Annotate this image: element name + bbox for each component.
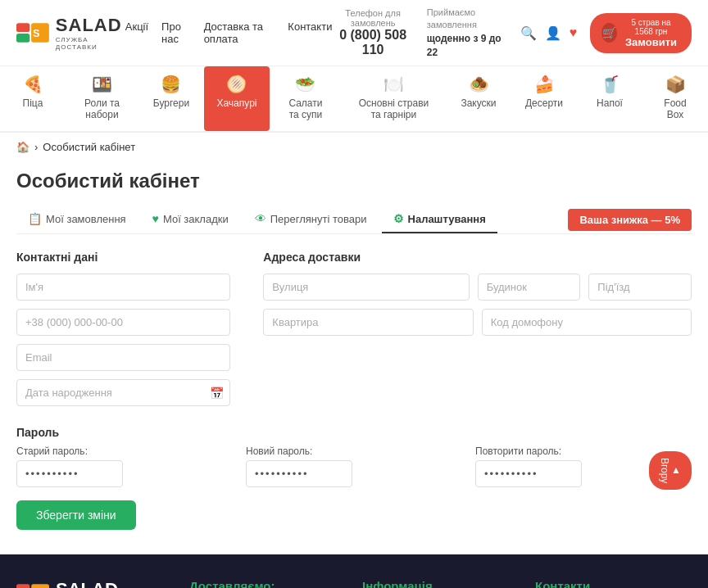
confirm-password-input[interactable]: [475, 460, 582, 487]
cat-pizza[interactable]: 🍕 Піца: [0, 66, 66, 131]
tabs-left: 📋 Мої замовлення ♥ Мої закладки 👁 Перегл…: [16, 206, 497, 233]
hours-label: Приймаємо замовлення: [427, 7, 507, 32]
footer-logo-name: SALAD: [56, 579, 133, 588]
desserts-icon: 🍰: [534, 75, 555, 94]
header-right: Телефон для замовлень 0 (800) 508 110 Пр…: [332, 7, 692, 59]
footer-logo: S SALAD СЛУЖБА ДОСТАВКИ: [16, 579, 173, 588]
tab-orders[interactable]: 📋 Мої замовлення: [16, 206, 138, 233]
footer-logo-col: S SALAD СЛУЖБА ДОСТАВКИ f 📷 ✈ 📱 VISA: [16, 579, 173, 588]
breadcrumb-current: Особистий кабінет: [43, 141, 135, 153]
info-title: Інформація: [362, 579, 519, 588]
cat-mains[interactable]: 🍽️ Основні страви та гарніри: [342, 66, 446, 131]
delivery-section: Адреса доставки: [263, 251, 692, 406]
cat-foodbox-label: Food Box: [656, 97, 695, 120]
phone-block: Телефон для замовлень 0 (800) 508 110: [332, 8, 413, 57]
drinks-icon: 🥤: [600, 75, 620, 94]
cat-pizza-label: Піца: [23, 97, 43, 109]
cat-khachapuri[interactable]: 🫓 Хачапурі: [204, 66, 270, 131]
save-button[interactable]: Зберегти зміни: [16, 500, 136, 530]
name-input[interactable]: [16, 274, 230, 301]
logo-name: SALAD: [56, 15, 125, 36]
old-password-label: Старий пароль:: [16, 446, 233, 457]
viewed-icon: 👁: [255, 212, 266, 225]
cart-icon: 🛒: [601, 23, 617, 43]
nav-promos[interactable]: Акції: [125, 20, 148, 45]
password-section: Пароль Старий пароль: Новий пароль: Повт…: [16, 426, 692, 530]
new-password-input[interactable]: [246, 460, 352, 487]
hours-value: щоденно з 9 до 22: [427, 32, 507, 60]
name-field-group: [16, 274, 230, 301]
old-password-input[interactable]: [16, 460, 123, 487]
footer-info-col: Інформація Акції Про нас Доставка та опл…: [362, 579, 519, 588]
delivery-section-title: Адреса доставки: [263, 251, 692, 264]
tab-viewed[interactable]: 👁 Переглянуті товари: [243, 206, 379, 233]
header-icons: 🔍 👤 ♥: [520, 25, 578, 41]
nav-delivery[interactable]: Доставка та оплата: [204, 20, 275, 45]
phone-label: Телефон для замовлень: [332, 8, 413, 28]
apartment-field-group: [263, 309, 473, 336]
entrance-field-group: [588, 274, 692, 301]
logo-text: SALAD СЛУЖБА ДОСТАВКИ: [56, 15, 125, 51]
building-input[interactable]: [478, 274, 581, 301]
birthday-input[interactable]: [16, 379, 230, 406]
intercom-field-group: [482, 309, 692, 336]
cat-burgers[interactable]: 🍔 Бургери: [138, 66, 204, 131]
home-icon[interactable]: 🏠: [16, 141, 30, 153]
tab-orders-label: Мої замовлення: [46, 213, 126, 225]
scroll-top-icon: ▲Вгору: [659, 458, 682, 483]
password-title: Пароль: [16, 426, 692, 439]
footer-contact-col: Контакти Телефон для замовлень 0 (800) 5…: [535, 579, 692, 588]
cat-snacks-label: Закуски: [461, 97, 496, 109]
nav-contacts[interactable]: Контакти: [288, 20, 332, 45]
cat-desserts[interactable]: 🍰 Десерти: [511, 66, 577, 131]
calendar-icon: 📅: [210, 387, 224, 400]
khachapuri-icon: 🫓: [226, 75, 247, 94]
salads-icon: 🥗: [295, 75, 315, 94]
svg-rect-4: [16, 584, 30, 588]
cart-button[interactable]: 🛒 5 страв на 1568 грн Замовити: [590, 13, 692, 53]
footer-deliver-col: Доставляємо: Mario Pleasantville ЧЕРЕПАХ…: [189, 579, 346, 588]
street-field-group: [263, 274, 469, 301]
cat-salads[interactable]: 🥗 Салати та супи: [270, 66, 342, 131]
footer-grid: S SALAD СЛУЖБА ДОСТАВКИ f 📷 ✈ 📱 VISA: [16, 579, 692, 588]
scroll-top-button[interactable]: ▲Вгору: [649, 451, 692, 490]
tab-settings[interactable]: ⚙ Налаштування: [382, 206, 497, 233]
cat-rolls[interactable]: 🍱 Роли та набори: [66, 66, 138, 131]
cat-drinks[interactable]: 🥤 Напої: [577, 66, 642, 131]
contact-col-title: Контакти: [535, 579, 692, 588]
street-input[interactable]: [263, 274, 469, 301]
intercom-input[interactable]: [482, 309, 692, 336]
wishlist-button[interactable]: ♥: [570, 25, 578, 40]
header-phone: 0 (800) 508 110: [332, 28, 413, 57]
cat-rolls-label: Роли та набори: [79, 97, 125, 120]
phone-input[interactable]: [16, 309, 230, 336]
svg-text:S: S: [33, 28, 39, 39]
cat-drinks-label: Напої: [597, 97, 623, 109]
user-button[interactable]: 👤: [545, 25, 561, 41]
breadcrumb: 🏠 › Особистий кабінет: [0, 133, 708, 161]
cat-snacks[interactable]: 🧆 Закуски: [446, 66, 511, 131]
search-button[interactable]: 🔍: [520, 25, 537, 41]
nav-about[interactable]: Про нас: [161, 20, 191, 45]
tab-bookmarks[interactable]: ♥ Мої закладки: [141, 206, 240, 233]
tab-bookmarks-label: Мої закладки: [163, 213, 229, 225]
contact-section-title: Контактні дані: [16, 251, 230, 264]
main-nav: Акції Про нас Доставка та оплата Контакт…: [125, 20, 333, 45]
email-input[interactable]: [16, 344, 230, 371]
svg-rect-0: [16, 23, 30, 32]
new-password-group: Новий пароль:: [246, 446, 462, 487]
cat-mains-label: Основні страви та гарніри: [355, 97, 433, 120]
contact-section: Контактні дані 📅: [16, 251, 230, 406]
cat-foodbox[interactable]: 📦 Food Box: [642, 66, 708, 131]
foodbox-icon: 📦: [665, 75, 686, 94]
settings-icon: ⚙: [393, 212, 404, 225]
building-field-group: [478, 274, 581, 301]
svg-rect-1: [16, 34, 30, 43]
rolls-icon: 🍱: [92, 75, 112, 94]
entrance-input[interactable]: [588, 274, 692, 301]
burgers-icon: 🍔: [161, 75, 181, 94]
phone-field-group: [16, 309, 230, 336]
logo[interactable]: S SALAD СЛУЖБА ДОСТАВКИ: [16, 15, 125, 51]
tab-settings-label: Налаштування: [408, 213, 486, 225]
apartment-input[interactable]: [263, 309, 473, 336]
